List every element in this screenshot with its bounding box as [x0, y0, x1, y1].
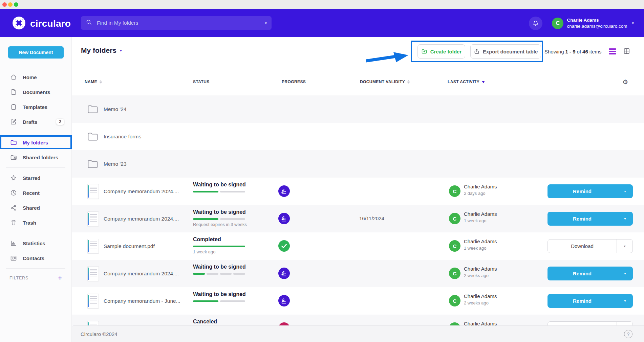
brand-home-link[interactable]: circularo	[12, 16, 71, 31]
table-row[interactable]: Company memorandum 2024....Waiting to be…	[72, 260, 644, 287]
signature-badge	[278, 213, 290, 224]
activity-time: 1 week ago	[464, 246, 487, 251]
folder-icon	[10, 139, 17, 146]
column-header-last-activity[interactable]: LAST ACTIVITY	[448, 77, 485, 87]
sidebar-item-label: My folders	[23, 140, 48, 145]
new-document-button[interactable]: New Document	[8, 46, 64, 59]
progress-bar	[193, 300, 245, 302]
column-header-name[interactable]: NAME	[85, 77, 102, 87]
table-row[interactable]: Company memorandum - June...Waiting to b…	[72, 287, 644, 315]
progress-bar	[193, 191, 245, 192]
annotation-box: Create folder Export document table	[411, 41, 543, 62]
action-caret-icon[interactable]: ▾	[617, 294, 633, 308]
sidebar-item-home[interactable]: Home	[0, 70, 71, 85]
document-icon	[10, 89, 17, 95]
notifications-button[interactable]	[529, 17, 542, 30]
signature-badge	[278, 185, 290, 197]
sidebar-item-label: Statistics	[23, 241, 45, 246]
sidebar-item-drafts[interactable]: Drafts2	[0, 114, 71, 129]
remind-button[interactable]: Remind▾	[548, 267, 633, 280]
document-table: Memo '24Insurance formsMemo '23Company m…	[72, 95, 644, 342]
folder-name[interactable]: Insurance forms	[104, 123, 141, 150]
remind-button[interactable]: Remind▾	[548, 294, 633, 308]
table-row[interactable]: Sample document.pdfCompleted1 week agoCC…	[72, 232, 644, 260]
column-header-status[interactable]: STATUS	[193, 77, 210, 87]
folder-icon	[87, 160, 98, 168]
action-caret-icon[interactable]: ▾	[617, 240, 632, 253]
remind-button[interactable]: Remind▾	[548, 212, 633, 226]
remind-button[interactable]: Remind▾	[548, 184, 633, 198]
signature-icon	[278, 185, 290, 197]
document-name[interactable]: Company memorandum 2024....	[104, 260, 179, 287]
document-name[interactable]: Sample document.pdf	[104, 232, 155, 260]
document-name[interactable]: Company memorandum - June...	[104, 287, 180, 315]
user-menu[interactable]: C Charlie Adams charlie.adams@circularo.…	[552, 17, 634, 29]
circularo-logo-icon	[12, 16, 26, 31]
folder-name[interactable]: Memo '24	[104, 95, 127, 123]
download-button[interactable]: Download▾	[548, 239, 633, 253]
table-settings-gear-icon[interactable]: ⚙	[622, 77, 628, 87]
table-row[interactable]: Memo '24	[72, 95, 644, 123]
sidebar-item-label: Drafts	[23, 119, 37, 125]
document-name[interactable]: Company memorandum 2024....	[104, 178, 179, 205]
grid-icon	[623, 48, 630, 54]
activity-user-name: Charlie Adams	[464, 266, 497, 272]
signature-icon	[278, 268, 290, 279]
sidebar: New Document HomeDocumentsTemplatesDraft…	[0, 37, 72, 342]
folder-name[interactable]: Memo '23	[104, 150, 127, 178]
table-row[interactable]: Company memorandum 2024....Waiting to be…	[72, 205, 644, 232]
sidebar-item-templates[interactable]: Templates	[0, 99, 71, 114]
sidebar-item-statistics[interactable]: Statistics	[0, 236, 71, 251]
search-input[interactable]	[96, 20, 261, 26]
sidebar-item-documents[interactable]: Documents	[0, 85, 71, 99]
list-view-button[interactable]	[609, 48, 616, 55]
sidebar-item-label: Recent	[23, 190, 40, 196]
export-document-table-button[interactable]: Export document table	[470, 44, 541, 59]
table-row[interactable]: Company memorandum 2024....Waiting to be…	[72, 178, 644, 205]
sidebar-item-contacts[interactable]: Contacts	[0, 251, 71, 266]
sidebar-divider	[6, 132, 65, 132]
sidebar-item-recent[interactable]: Recent	[0, 185, 71, 200]
window-zoom-button[interactable]	[14, 2, 18, 7]
main-content: My folders ▾ Create folder Export docume…	[72, 37, 644, 342]
contacts-icon	[10, 255, 17, 261]
progress-bar	[193, 246, 245, 247]
document-name[interactable]: Company memorandum 2024....	[104, 205, 179, 232]
window-minimize-button[interactable]	[8, 2, 13, 7]
sidebar-item-trash[interactable]: Trash	[0, 215, 71, 230]
share-icon	[10, 204, 17, 211]
sidebar-item-starred[interactable]: Starred	[0, 170, 71, 185]
column-header-document-validity[interactable]: DOCUMENT VALIDITY	[360, 77, 410, 87]
footer-copyright: Circularo ©2024	[81, 331, 117, 337]
column-header-progress[interactable]: PROGRESS	[282, 77, 306, 87]
activity-time: 1 week ago	[464, 218, 487, 223]
sidebar-item-shared[interactable]: Shared	[0, 200, 71, 215]
create-folder-button[interactable]: Create folder	[417, 44, 465, 59]
folder-switch-caret-icon[interactable]: ▾	[120, 48, 122, 53]
sidebar-divider	[6, 233, 65, 233]
document-thumbnail-icon	[87, 239, 99, 254]
status-note: 1 week ago	[193, 249, 216, 254]
sidebar-divider	[6, 167, 65, 168]
action-caret-icon[interactable]: ▾	[617, 212, 633, 226]
help-button[interactable]: ?	[624, 330, 632, 338]
document-thumbnail-icon	[87, 184, 99, 199]
table-row[interactable]: Insurance forms	[72, 123, 644, 150]
folder-icon	[87, 132, 98, 141]
table-row[interactable]: Memo '23	[72, 150, 644, 178]
signature-icon	[278, 213, 290, 224]
sidebar-item-shared-folders[interactable]: Shared folders	[0, 150, 71, 165]
grid-view-button[interactable]	[623, 48, 630, 56]
window-titlebar	[0, 0, 644, 9]
sidebar-item-my-folders[interactable]: My folders	[0, 135, 71, 150]
action-caret-icon[interactable]: ▾	[617, 267, 633, 280]
global-search[interactable]: ▾	[81, 16, 272, 30]
search-scope-caret-icon[interactable]: ▾	[265, 21, 267, 25]
sort-desc-icon	[481, 81, 485, 83]
window-close-button[interactable]	[2, 2, 7, 7]
action-caret-icon[interactable]: ▾	[617, 184, 633, 198]
page-title: My folders	[81, 46, 116, 54]
add-filter-button[interactable]: +	[58, 274, 62, 282]
activity-user-name: Charlie Adams	[464, 238, 497, 244]
template-icon	[10, 104, 17, 110]
